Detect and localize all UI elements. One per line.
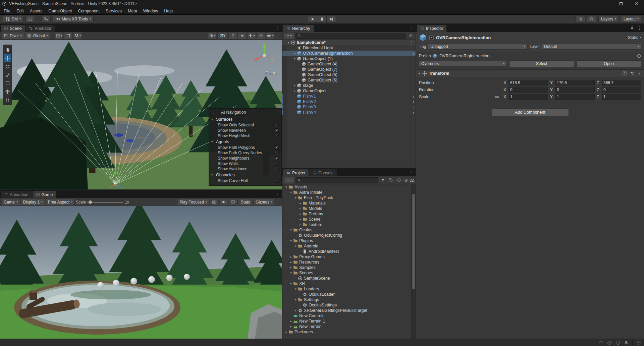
checkbox[interactable] [275, 162, 279, 166]
inspector-tab-inspector[interactable]: Inspector [417, 25, 446, 32]
rotate-tool-button[interactable] [4, 62, 11, 70]
hierarchy-item-fishv4[interactable]: FishV4› [282, 110, 416, 115]
scene-row-menu-icon[interactable]: ⋮ [410, 40, 414, 45]
scale-x-input[interactable] [508, 94, 548, 100]
menu-gameobject[interactable]: GameObject [45, 7, 75, 14]
component-menu-icon[interactable]: ⋮ [637, 71, 642, 76]
play-button[interactable] [308, 16, 317, 22]
gizmos-dropdown[interactable]: Gizmos▾ [254, 199, 274, 205]
select-prefab-button[interactable]: Select [509, 60, 574, 67]
search-info-button[interactable] [396, 177, 402, 183]
expander-icon[interactable]: ▸ [298, 207, 303, 210]
scene-view-tab-animator[interactable]: Animator [25, 25, 55, 32]
project-item-settings[interactable]: ▾Settings [282, 297, 416, 302]
scale-y-input[interactable] [555, 94, 595, 100]
stats-button[interactable]: Stats [238, 199, 252, 205]
gameobject-name[interactable]: OVRCameraRigInteraction [436, 35, 491, 40]
scene-toolbar-menu-icon[interactable]: ⋮ [276, 33, 280, 38]
menu-file[interactable]: File [1, 7, 13, 14]
game-3d-render[interactable] [0, 206, 282, 339]
checkbox[interactable] [275, 134, 279, 138]
notification-icon[interactable] [624, 340, 629, 345]
expander-icon[interactable]: ▸ [289, 266, 293, 269]
expander-icon[interactable]: ▸ [289, 320, 293, 323]
expander-icon[interactable]: ▾ [284, 185, 288, 189]
hierarchy-tab-hierarchy[interactable]: Hierarchy [283, 25, 314, 32]
project-item-proxy-games[interactable]: ▸Proxy Games [282, 254, 416, 260]
expander-icon[interactable]: ▾ [289, 271, 293, 275]
step-button[interactable] [327, 16, 336, 22]
transform-header[interactable]: ▾ Transform ? ⋮ [416, 70, 644, 77]
position-x-input[interactable] [508, 80, 548, 85]
search-by-type-button[interactable] [380, 177, 386, 183]
open-prefab-chevron[interactable]: › [413, 94, 414, 99]
project-item-scene[interactable]: ▸Scene [282, 217, 416, 222]
move-tool-button[interactable] [4, 54, 11, 62]
project-item-materials[interactable]: ▸Materials [282, 200, 416, 206]
menu-services[interactable]: Services [103, 7, 125, 14]
grid-visibility-button[interactable]: ▾ [55, 33, 63, 39]
open-prefab-chevron[interactable]: › [413, 105, 414, 109]
hierarchy-item-directional-light[interactable]: Directional Light [282, 45, 416, 51]
global-dropdown[interactable]: Global▾ [25, 33, 50, 39]
project-search-input[interactable] [303, 178, 376, 183]
hierarchy-item-fishv3[interactable]: FishV3› [282, 104, 416, 110]
scene-audio-button[interactable] [238, 33, 246, 39]
scene-visibility-button[interactable] [257, 33, 265, 39]
prefab-badge-icon[interactable] [637, 54, 641, 58]
ai-navigation-title[interactable]: ⋮⋮AI Navigation [209, 109, 281, 116]
checkbox[interactable]: ✓ [275, 156, 279, 160]
game-pane-menu-icon[interactable]: ⋮ [275, 192, 279, 197]
project-search[interactable] [296, 177, 378, 183]
project-create-button[interactable]: +▾ [284, 177, 294, 183]
nav-toggle-show-only-selected[interactable]: Show Only Selected [209, 122, 281, 128]
project-item-new-terrain[interactable]: ▸New Terrain [282, 324, 416, 329]
safe-mode-icon[interactable] [615, 340, 620, 345]
custom-tool-button[interactable] [4, 96, 11, 104]
expander-icon[interactable]: ▾ [293, 196, 298, 199]
expander-icon[interactable]: ▸ [298, 223, 303, 226]
checkbox[interactable] [275, 167, 279, 171]
maximize-button[interactable] [613, 0, 629, 7]
prefab-name[interactable]: OVRCameraRigInteraction [439, 54, 489, 58]
nav-toggle-show-path-query-nodes[interactable]: Show Path Query Nodes [209, 150, 281, 156]
scrollbar-thumb[interactable] [412, 194, 415, 289]
open-prefab-chevron[interactable]: › [413, 51, 414, 56]
project-item-xrgeneralsettingsperbuildtarget[interactable]: ▸XRGeneralSettingsPerBuildTarget [282, 308, 416, 313]
nav-toggle-show-neighbours[interactable]: Show Neighbours✓ [209, 156, 281, 161]
scene-camera-dropdown[interactable]: ▾ [266, 33, 274, 39]
menu-meta[interactable]: Meta [125, 7, 140, 14]
layout-dropdown[interactable]: Layout▾ [621, 16, 641, 22]
project-item-android[interactable]: ▾Android [282, 243, 416, 249]
project-item-scenes[interactable]: ▾Scenes [282, 270, 416, 276]
hierarchy-search-input[interactable] [303, 34, 404, 38]
hand-tool-button[interactable] [4, 46, 11, 54]
project-item-oculusprojectconfig[interactable]: OculusProjectConfig [282, 233, 416, 238]
expander-icon[interactable]: ▾ [289, 228, 293, 232]
rotation-x-input[interactable] [508, 87, 548, 93]
hierarchy-item-gameobject[interactable]: ▸GameObject [282, 88, 416, 94]
scale-z-input[interactable] [602, 94, 641, 100]
foldout-icon[interactable]: ▾ [211, 118, 214, 121]
hidden-packages-toggle[interactable]: 32 [404, 178, 414, 183]
open-prefab-chevron[interactable]: › [413, 110, 414, 115]
project-tab-project[interactable]: Project [283, 169, 309, 176]
checkbox[interactable] [275, 179, 279, 183]
hierarchy-item-gameobject-6[interactable]: GameObject (6) [282, 77, 416, 83]
hierarchy-item-fishv1[interactable]: FishV1› [282, 94, 416, 99]
project-pane-menu-icon[interactable]: ⋮ [409, 170, 413, 175]
background-progress-icon[interactable] [636, 340, 641, 345]
perspective-label[interactable]: Persp [265, 71, 276, 75]
project-item-loaders[interactable]: ▾Loaders [282, 286, 416, 292]
minimize-button[interactable] [598, 0, 613, 7]
scale-tool-button[interactable] [4, 71, 11, 79]
inspector-pane-menu-icon[interactable]: ⋮ [637, 25, 642, 31]
hierarchy-item-gameobject-4[interactable]: GameObject (4) [282, 61, 416, 67]
project-item-oculus[interactable]: ▾Oculus [282, 227, 416, 233]
project-item-androidmanifest[interactable]: AndroidManifest [282, 249, 416, 254]
help-icon[interactable]: ? [623, 71, 627, 75]
game-view-tab-animation[interactable]: Animation [1, 191, 32, 198]
expander-icon[interactable]: ▸ [292, 89, 297, 93]
aspect-dropdown[interactable]: Free Aspect▾ [46, 199, 74, 205]
mute-audio-button[interactable] [220, 199, 228, 205]
